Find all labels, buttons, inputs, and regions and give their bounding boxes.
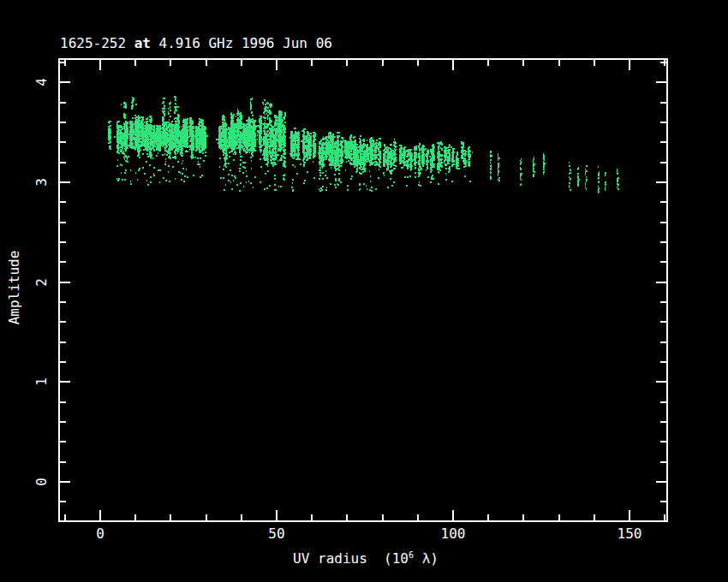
y-tick-label: 1 <box>35 377 49 386</box>
plot-title-freq-date: 4.916 GHz 1996 Jun 06 <box>151 35 332 51</box>
x-tick-label: 150 <box>618 527 642 541</box>
x-tick-label: 100 <box>441 527 466 541</box>
x-axis-label-post: λ) <box>414 550 439 567</box>
y-axis-label: Amplitude <box>8 251 21 325</box>
x-tick-label: 0 <box>96 527 104 541</box>
y-tick-label: 0 <box>35 478 49 486</box>
x-axis-label-pre: UV radius (10 <box>293 550 409 567</box>
x-axis-label: UV radius (106 λ) <box>293 551 439 566</box>
plot-title-at: at <box>134 35 151 51</box>
plot-title: 1625-252 at 4.916 GHz 1996 Jun 06 <box>60 37 332 50</box>
y-tick-label: 2 <box>35 278 49 287</box>
y-tick-label: 4 <box>35 78 49 86</box>
uv-plot-window: 1625-252 at 4.916 GHz 1996 Jun 06 050100… <box>0 0 728 582</box>
y-tick-label: 3 <box>35 178 49 187</box>
x-tick-label: 50 <box>268 527 284 541</box>
plot-title-source: 1625-252 <box>60 35 134 51</box>
uv-plot-canvas <box>58 58 668 522</box>
